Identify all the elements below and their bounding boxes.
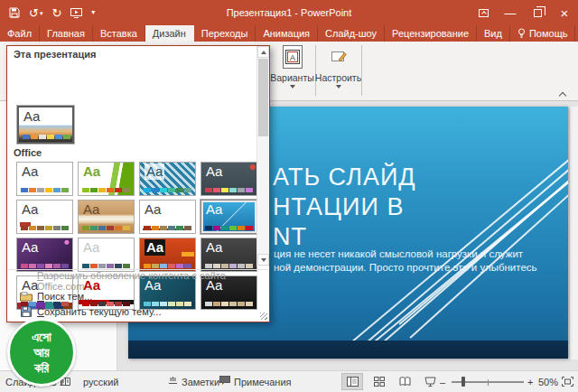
theme-color-swatches xyxy=(205,188,253,192)
customize-qat-icon[interactable]: ▾ xyxy=(91,9,95,16)
tab-view[interactable]: Вид xyxy=(477,25,510,42)
variants-button[interactable]: A Варианты xyxy=(271,45,313,98)
tab-review[interactable]: Рецензирование xyxy=(385,25,477,42)
save-icon[interactable] xyxy=(9,7,20,18)
slide-diagonal-line xyxy=(399,132,568,324)
comments-label: Примечания xyxy=(234,377,292,387)
title-bar: ↺▾ ↻ ▾ Презентация1 - PowerPoint — × xyxy=(0,0,578,25)
quick-access-toolbar: ↺▾ ↻ ▾ xyxy=(0,7,95,19)
close-button[interactable]: × xyxy=(551,0,578,25)
scrollbar-thumb[interactable] xyxy=(258,59,268,136)
theme-color-swatches xyxy=(144,188,191,192)
start-slideshow-icon[interactable] xyxy=(70,8,82,18)
menu-item-browse-themes[interactable]: Поиск тем... xyxy=(8,289,268,303)
badge-line: করি xyxy=(34,360,49,376)
undo-icon[interactable]: ↺▾ xyxy=(29,7,42,19)
theme-thumbnail-integral[interactable]: Aa xyxy=(139,162,196,196)
notes-toggle[interactable]: Заметки xyxy=(168,371,219,392)
theme-aa-sample: Aa xyxy=(206,163,222,180)
variants-icon: A xyxy=(283,45,303,69)
minimize-button[interactable]: — xyxy=(497,0,524,25)
theme-aa-sample: Aa xyxy=(83,239,99,256)
theme-thumbnail-ion-boardroom[interactable]: Aa xyxy=(200,162,257,196)
theme-aa-sample: Aa xyxy=(23,108,40,125)
reading-view-button[interactable] xyxy=(394,373,415,390)
language-indicator[interactable]: русский xyxy=(83,371,118,392)
comment-icon xyxy=(219,376,230,387)
tab-label: Вставка xyxy=(100,25,137,42)
theme-aa-sample: Aa xyxy=(206,239,222,256)
svg-text:A: A xyxy=(289,53,294,62)
savetheme-icon xyxy=(17,306,35,317)
gallery-scrollbar[interactable] xyxy=(256,46,269,266)
resize-grip[interactable] xyxy=(260,313,267,320)
theme-thumbnail-office[interactable]: Aa xyxy=(16,162,73,196)
zoom-slider-thumb[interactable] xyxy=(461,377,465,387)
tab-label: Слайд-шоу xyxy=(325,25,377,42)
notes-icon xyxy=(168,376,178,387)
theme-color-swatches xyxy=(144,264,191,268)
tab-help[interactable]: Помощь xyxy=(510,25,576,42)
theme-aa-sample: Aa xyxy=(144,201,161,218)
ribbon-display-options-button[interactable] xyxy=(470,0,497,25)
fit-slide-to-window-button[interactable] xyxy=(556,373,578,390)
theme-thumbnail-facet[interactable]: Aa xyxy=(78,162,135,196)
section-office: Office xyxy=(14,147,42,158)
theme-color-swatches xyxy=(82,264,130,268)
tab-label: Помощь xyxy=(529,25,568,42)
slide-area-scrollbar[interactable] xyxy=(569,107,578,359)
menu-item-allow-update: Разрешить обновление контента с сайта Of… xyxy=(8,274,268,288)
slide-body-text[interactable]: ция не несет никакой смысловой нагрузки … xyxy=(274,247,537,275)
tab-transitions[interactable]: Переходы xyxy=(194,25,256,42)
theme-color-swatches xyxy=(23,135,70,139)
theme-thumbnail-organic[interactable]: Aa xyxy=(78,200,135,234)
slide-diagonal-line xyxy=(409,132,568,339)
theme-thumbnail-retrospect[interactable]: Aa xyxy=(16,200,73,234)
tab-file[interactable]: Файл xyxy=(0,25,40,42)
ribbon-group-separator xyxy=(315,45,316,96)
theme-aa-sample: Aa xyxy=(22,201,38,218)
scroll-up-icon[interactable] xyxy=(257,46,269,58)
collapse-ribbon-icon[interactable] xyxy=(559,90,567,98)
menu-item-label: Сохранить текущую тему... xyxy=(37,306,161,317)
theme-color-swatches xyxy=(21,188,69,192)
tab-slideshow[interactable]: Слайд-шоу xyxy=(318,25,385,42)
theme-color-swatches xyxy=(21,264,69,268)
restore-button[interactable] xyxy=(524,0,551,25)
theme-aa-sample: Aa xyxy=(83,201,99,218)
theme-color-swatches xyxy=(205,226,253,230)
redo-icon[interactable]: ↻ xyxy=(51,7,61,19)
menu-item-label: Поиск тем... xyxy=(37,291,92,302)
slide-title-text[interactable]: АТЬ СЛАЙД НТАЦИИ В NT xyxy=(273,163,416,252)
tab-design[interactable]: Дизайн xyxy=(145,25,194,42)
zoom-level[interactable]: 50% xyxy=(538,371,558,392)
tab-home[interactable]: Главная xyxy=(40,25,93,42)
comments-toggle[interactable]: Примечания xyxy=(219,371,292,392)
watermark-badge: এসো আয় করি xyxy=(7,318,76,387)
customize-button[interactable]: Настроить xyxy=(317,45,359,98)
theme-thumbnail-berlin[interactable]: Aa xyxy=(139,238,196,272)
scroll-down-icon[interactable] xyxy=(257,254,269,266)
theme-thumbnail-pale[interactable]: Aa xyxy=(78,238,135,272)
tab-label: Анимация xyxy=(263,25,310,42)
tab-label: Вид xyxy=(484,25,502,42)
theme-aa-sample: Aa xyxy=(83,163,100,180)
theme-thumbnail-ion[interactable]: Aa xyxy=(16,238,73,272)
ribbon-tabs: ФайлГлавнаяВставкаДизайнПереходыАнимация… xyxy=(0,25,578,42)
zoom-out-button[interactable]: – xyxy=(440,371,445,392)
bulb-icon xyxy=(517,28,526,39)
theme-thumbnail-custom-sunset[interactable]: Aa xyxy=(17,106,74,144)
zoom-in-button[interactable]: + xyxy=(527,371,533,392)
slideshow-view-button[interactable] xyxy=(419,373,441,390)
tab-label: Файл xyxy=(7,25,32,42)
tab-animations[interactable]: Анимация xyxy=(256,25,318,42)
theme-thumbnail-slice[interactable]: Aa xyxy=(200,200,257,234)
normal-view-button[interactable] xyxy=(341,373,363,390)
theme-thumbnail-dividend-dark[interactable]: Aa xyxy=(200,238,257,272)
menu-item-save-theme[interactable]: Сохранить текущую тему... xyxy=(8,304,268,319)
badge-line: আয় xyxy=(33,345,49,360)
slide-sorter-view-button[interactable] xyxy=(368,373,390,390)
variants-dropdown-caret xyxy=(290,85,295,89)
tab-insert[interactable]: Вставка xyxy=(93,25,145,42)
theme-thumbnail-wisp[interactable]: Aa xyxy=(139,200,196,234)
